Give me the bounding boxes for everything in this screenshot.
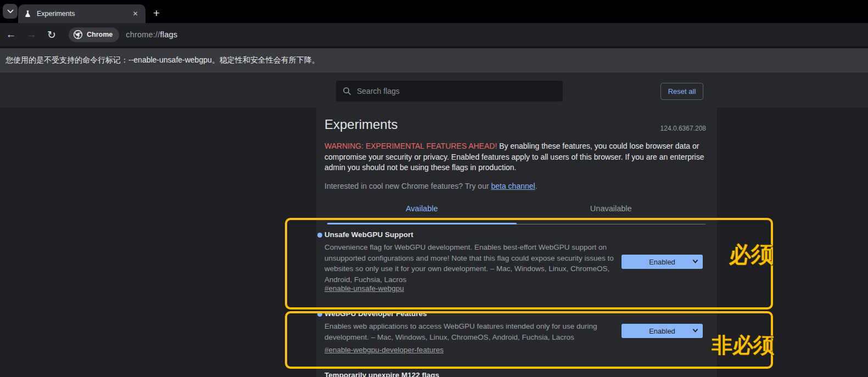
reload-icon: ↻ — [47, 29, 56, 41]
browser-window: Experiments ✕ + ← → ↻ Chrome — [0, 0, 868, 377]
beta-channel-link[interactable]: beta channel — [491, 182, 535, 190]
flag-bullet-icon — [317, 312, 322, 317]
flag-row-unsafe-webgpu: Unsafe WebGPU Support Convenience flag f… — [316, 230, 717, 310]
plus-icon: + — [153, 7, 160, 20]
reset-all-button[interactable]: Reset all — [660, 83, 703, 100]
flags-search-bar: Reset all — [0, 72, 868, 108]
tab-available[interactable]: Available — [327, 204, 517, 217]
search-box[interactable] — [336, 81, 563, 102]
experimental-warning: WARNING: EXPERIMENTAL FEATURES AHEAD! By… — [324, 141, 704, 173]
chevron-down-icon — [692, 258, 698, 265]
flag-title: Unsafe WebGPU Support — [324, 230, 413, 239]
new-tab-button[interactable]: + — [148, 5, 165, 21]
reload-button[interactable]: ↻ — [42, 25, 61, 44]
search-icon — [343, 87, 351, 95]
flag-row-webgpu-developer: WebGPU Developer Features Enables web ap… — [316, 310, 717, 364]
tab-search-button[interactable] — [3, 4, 18, 19]
chevron-down-icon — [7, 9, 14, 14]
tab-unavailable[interactable]: Unavailable — [517, 204, 706, 217]
flag-description: Convenience flag for WebGPU development.… — [324, 242, 618, 285]
chrome-version: 124.0.6367.208 — [660, 125, 706, 132]
experiments-panel: Experiments 124.0.6367.208 WARNING: EXPE… — [316, 108, 717, 377]
flag-title-partial: Temporarily unexpire M122 flags — [324, 371, 439, 377]
address-bar[interactable]: chrome://flags — [126, 30, 177, 39]
warning-strong-text: WARNING: EXPERIMENTAL FEATURES AHEAD! — [324, 142, 497, 150]
beta-promo: Interested in cool new Chrome features? … — [324, 182, 704, 190]
url-path: flags — [160, 30, 177, 39]
flask-icon — [24, 10, 32, 18]
flag-permalink[interactable]: #enable-unsafe-webgpu — [324, 284, 404, 292]
url-scheme: chrome:// — [126, 30, 160, 39]
search-input[interactable] — [357, 87, 556, 95]
forward-button[interactable]: → — [22, 25, 41, 44]
promo-text: Interested in cool new Chrome features? … — [324, 182, 491, 190]
tab-title: Experiments — [37, 10, 126, 18]
tabs-underline-slider — [327, 223, 517, 224]
flags-tabs: Available Unavailable — [327, 204, 705, 217]
flag-state-select[interactable]: Enabled — [621, 255, 703, 269]
forward-arrow-icon: → — [26, 29, 37, 41]
unsupported-flag-infobar: 您使用的是不受支持的命令行标记：--enable-unsafe-webgpu。稳… — [0, 48, 868, 72]
close-icon[interactable]: ✕ — [131, 9, 140, 19]
flag-permalink[interactable]: #enable-webgpu-developer-features — [324, 346, 444, 354]
flag-state-select[interactable]: Enabled — [621, 324, 703, 338]
browser-toolbar: ← → ↻ Chrome chrome://flags — [0, 23, 868, 46]
chevron-down-icon — [692, 328, 698, 334]
chrome-badge-label: Chrome — [87, 31, 113, 38]
tab-strip: Experiments ✕ + — [0, 0, 868, 23]
flag-bullet-icon — [317, 233, 322, 238]
browser-tab-experiments[interactable]: Experiments ✕ — [18, 4, 145, 23]
chrome-logo-icon — [73, 30, 83, 40]
back-arrow-icon: ← — [6, 29, 16, 41]
promo-suffix: . — [535, 182, 537, 190]
page-title: Experiments — [324, 117, 397, 132]
back-button[interactable]: ← — [2, 25, 20, 44]
infobar-text: 您使用的是不受支持的命令行标记：--enable-unsafe-webgpu。稳… — [5, 55, 320, 65]
flag-description: Enables web applications to access WebGP… — [324, 321, 618, 342]
flag-title: WebGPU Developer Features — [324, 310, 427, 318]
chrome-badge[interactable]: Chrome — [69, 27, 119, 42]
